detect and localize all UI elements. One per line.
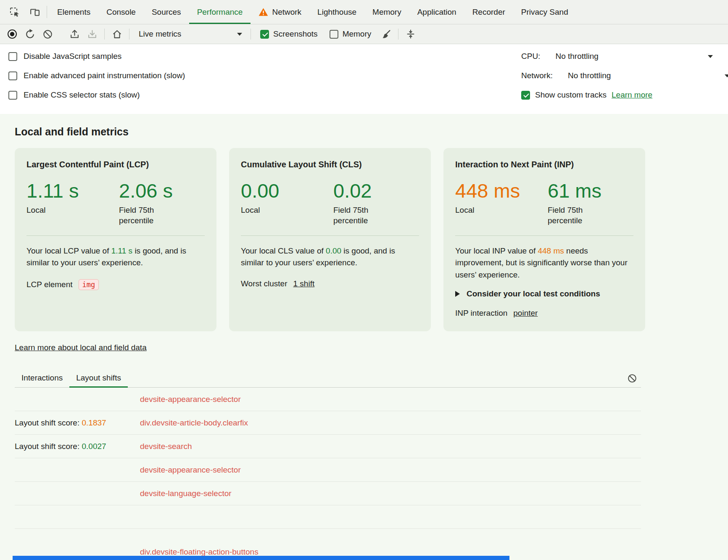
devtools-tab-bar: Elements Console Sources Performance Net… [0,0,728,24]
advanced-paint-instrumentation-checkbox[interactable]: Enable advanced paint instrumentation (s… [8,69,185,82]
divider [398,29,398,40]
tab-application[interactable]: Application [409,0,464,24]
divider [104,29,105,40]
field-label: Field 75th percentile [548,205,615,226]
load-profile-button[interactable] [66,26,83,42]
triangle-right-icon [455,291,460,297]
field-label: Field 75th percentile [119,205,186,226]
live-metrics-label: Live metrics [139,29,181,39]
tab-label: Layout shifts [76,373,121,383]
screenshots-checkbox[interactable]: Screenshots [254,29,324,39]
node-cell: devsite-appearance-selector [140,465,241,475]
card-description: Your local INP value of 448 ms needs imp… [455,245,633,281]
table-row[interactable]: Layout shift score: 0.1837 div.devsite-a… [15,411,641,435]
record-reload-button[interactable] [21,26,39,42]
tab-label: Memory [372,8,401,17]
divider [251,29,251,40]
screenshots-label: Screenshots [273,29,318,39]
tab-elements[interactable]: Elements [49,0,98,24]
clear-button[interactable] [39,26,56,42]
tab-label: Interactions [21,373,63,383]
show-custom-tracks-checkbox[interactable] [521,91,530,100]
node-link[interactable]: div.devsite-floating-action-buttons [140,547,258,556]
inp-interaction-label: INP interaction [455,309,507,318]
tab-label: Sources [152,8,181,17]
local-column: 0.00 Local [241,180,333,226]
live-metrics-dropdown[interactable]: Live metrics [133,26,247,42]
divider [129,29,129,40]
tab-console[interactable]: Console [98,0,144,24]
local-label: Local [455,205,548,216]
performance-settings: Disable JavaScript samples Enable advanc… [0,44,728,114]
inp-interaction-link[interactable]: pointer [513,309,538,318]
local-field-metrics-heading: Local and field metrics [15,126,728,138]
cls-local-value: 0.00 [241,180,333,201]
tab-recorder[interactable]: Recorder [464,0,513,24]
css-selector-stats-checkbox[interactable]: Enable CSS selector stats (slow) [8,89,185,101]
tab-label: Performance [197,8,243,17]
table-row[interactable]: div.devsite-floating-action-buttons [15,529,641,560]
option-label: Disable JavaScript samples [24,52,121,61]
save-profile-button[interactable] [83,26,101,42]
table-row[interactable]: Layout shift score: 0.0027 devsite-searc… [15,435,641,458]
cpu-throttling-select[interactable]: CPU: No throttling [521,50,728,63]
collect-garbage-button[interactable] [377,26,395,42]
record-button[interactable] [3,26,21,42]
option-label: Enable CSS selector stats (slow) [24,90,140,100]
divider [26,235,205,236]
lcp-local-value: 1.11 s [26,180,119,201]
home-button[interactable] [108,26,126,42]
tab-network[interactable]: Network [251,0,309,24]
network-label: Network: [521,71,553,80]
shrink-button[interactable] [402,26,419,42]
table-row[interactable]: devsite-appearance-selector [15,458,641,482]
clear-log-button[interactable] [623,370,641,386]
device-toolbar-icon[interactable] [24,0,45,24]
disable-js-samples-checkbox[interactable]: Disable JavaScript samples [8,50,185,63]
checkbox-unchecked-icon [8,52,17,61]
network-throttling-select[interactable]: Network: No throttling [521,69,728,82]
tab-sources[interactable]: Sources [144,0,189,24]
card-cls: Cumulative Layout Shift (CLS) 0.00 Local… [229,148,431,331]
tab-layout-shifts[interactable]: Layout shifts [69,369,128,388]
card-values: 1.11 s Local 2.06 s Field 75th percentil… [26,180,205,226]
table-row[interactable] [15,505,641,529]
lcp-element-label: LCP element [26,280,73,289]
local-field-learn-more-link[interactable]: Learn more about local and field data [15,343,147,352]
cpu-label: CPU: [521,52,540,61]
lcp-element-node-link[interactable]: img [79,279,99,290]
node-link[interactable]: devsite-appearance-selector [140,465,241,474]
local-label: Local [26,205,119,216]
node-link[interactable]: devsite-appearance-selector [140,395,241,404]
checkbox-checked-icon [260,30,269,39]
panel-tabs: Elements Console Sources Performance Net… [49,0,576,24]
network-value: No throttling [568,71,611,80]
node-link[interactable]: devsite-language-selector [140,489,232,498]
tab-label: Application [417,8,456,17]
checkbox-unchecked-icon [330,30,338,39]
divider [241,235,419,236]
local-test-conditions-disclosure[interactable]: Consider your local test conditions [455,289,633,298]
tab-performance[interactable]: Performance [189,0,251,24]
memory-checkbox[interactable]: Memory [324,29,377,39]
node-cell: div.devsite-article-body.clearfix [140,418,248,428]
node-link[interactable]: div.devsite-article-body.clearfix [140,418,248,427]
tab-interactions[interactable]: Interactions [15,369,69,388]
tab-lighthouse[interactable]: Lighthouse [309,0,364,24]
card-lcp: Largest Contentful Paint (LCP) 1.11 s Lo… [15,148,216,331]
worst-cluster-link[interactable]: 1 shift [293,279,315,288]
settings-left: Disable JavaScript samples Enable advanc… [8,50,185,108]
learn-more-link[interactable]: Learn more [612,90,652,100]
inspect-icon[interactable] [4,0,24,24]
tab-privacy-sandbox[interactable]: Privacy Sand [513,0,576,24]
option-label: Enable advanced paint instrumentation (s… [24,71,185,80]
field-column: 61 ms Field 75th percentile [548,180,615,226]
node-link[interactable]: devsite-search [140,442,192,451]
chevron-down-icon [725,74,728,77]
table-row[interactable]: devsite-language-selector [15,482,641,505]
tab-label: Elements [57,8,90,17]
score-label: Layout shift score: [15,418,82,427]
table-row[interactable]: devsite-appearance-selector [15,388,641,411]
settings-right: CPU: No throttling Network: No throttlin… [521,50,728,108]
tab-memory[interactable]: Memory [364,0,409,24]
